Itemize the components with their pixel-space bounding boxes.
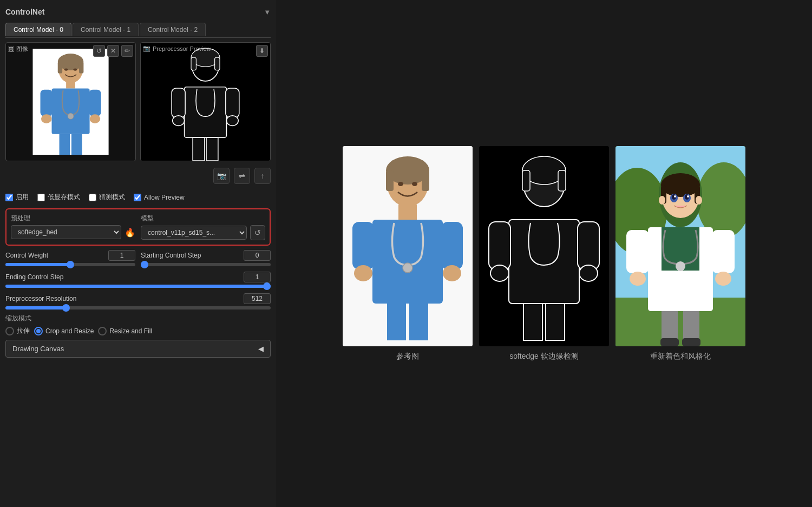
tab-control-model-0[interactable]: Control Model - 0: [5, 23, 71, 36]
fire-icon: 🔥: [125, 227, 135, 238]
starting-step-row: Starting Control Step 0: [141, 250, 271, 266]
edit-image-btn[interactable]: ✏: [121, 45, 133, 57]
model-group-label: 模型: [141, 214, 265, 223]
gallery-item-1: softedge 软边缘检测: [479, 146, 609, 361]
preprocessor-preview-box: 📷 Preprocessor Preview ⬇: [140, 42, 271, 161]
gallery-caption-0: 参考图: [396, 352, 419, 361]
control-weight-row: Control Weight 1: [5, 250, 135, 266]
left-panel: ControlNet ▼ Control Model - 0 Control M…: [0, 0, 276, 507]
svg-rect-50: [489, 222, 510, 269]
camera-btn[interactable]: 📷: [213, 168, 230, 184]
svg-point-12: [90, 114, 101, 123]
svg-rect-3: [58, 62, 62, 73]
svg-rect-82: [660, 338, 679, 346]
svg-rect-9: [40, 90, 52, 116]
tab-control-model-1[interactable]: Control Model - 1: [73, 23, 139, 36]
guess-input[interactable]: [89, 194, 96, 201]
svg-rect-21: [185, 87, 227, 137]
ending-step-slider[interactable]: [5, 285, 271, 288]
svg-rect-76: [712, 230, 735, 273]
enable-input[interactable]: [5, 194, 13, 201]
svg-rect-14: [59, 134, 70, 155]
svg-rect-31: [386, 170, 394, 191]
gallery-image-2: [615, 146, 745, 346]
starting-step-value[interactable]: 0: [244, 250, 271, 261]
svg-rect-38: [441, 222, 463, 269]
allow-preview-input[interactable]: [134, 194, 141, 201]
svg-rect-83: [682, 338, 700, 346]
ending-step-value[interactable]: 1: [244, 272, 271, 282]
radio-stretch-circle: [5, 327, 14, 335]
svg-point-53: [579, 265, 598, 281]
svg-rect-43: [409, 304, 428, 340]
preprocessor-label-text: Preprocessor Preview: [153, 45, 211, 52]
svg-rect-35: [398, 205, 417, 220]
tab-control-model-2[interactable]: Control Model - 2: [140, 23, 206, 36]
image-box-controls: ↺ ✕ ✏: [93, 45, 133, 57]
svg-rect-7: [66, 81, 75, 88]
image-icon: 🖼: [8, 46, 14, 52]
preprocessor-label-icon: 📷: [143, 45, 150, 52]
svg-rect-51: [578, 222, 599, 269]
model-select[interactable]: control_v11p_sd15_s...: [141, 226, 247, 240]
svg-point-24: [173, 116, 185, 126]
zoom-mode-label: 缩放模式: [5, 314, 271, 323]
low-mem-checkbox[interactable]: 低显存模式: [37, 193, 80, 202]
svg-point-73: [659, 196, 665, 205]
drawing-canvas-row[interactable]: Drawing Canvas ◀: [5, 340, 271, 358]
preprocessor-group: 预处理 softedge_hed 🔥: [11, 214, 135, 240]
tabs: Control Model - 0 Control Model - 1 Cont…: [5, 23, 271, 38]
refresh-image-btn[interactable]: ↺: [93, 45, 105, 57]
starting-step-slider[interactable]: [141, 263, 271, 266]
svg-point-71: [674, 195, 676, 197]
model-row: 预处理 softedge_hed 🔥 模型 control_v11p_sd15_…: [5, 208, 271, 246]
svg-point-72: [687, 195, 689, 197]
svg-rect-55: [546, 304, 565, 340]
gallery: 参考图: [343, 146, 745, 361]
preview-svg: [141, 43, 270, 161]
radio-stretch-label: 拉伸: [17, 326, 30, 335]
swap-btn[interactable]: ⇌: [234, 168, 250, 184]
svg-rect-42: [387, 304, 406, 340]
zoom-mode-section: 缩放模式 拉伸 Crop and Resize Resize and Fill: [5, 314, 271, 335]
right-panel: 参考图: [276, 0, 812, 507]
radio-stretch[interactable]: 拉伸: [5, 326, 30, 335]
svg-rect-15: [71, 134, 82, 155]
upload-btn[interactable]: ↑: [254, 168, 271, 184]
enable-checkbox[interactable]: 启用: [5, 193, 29, 202]
download-preview-btn[interactable]: ⬇: [256, 45, 268, 57]
radio-resize-fill[interactable]: Resize and Fill: [98, 327, 152, 335]
svg-point-34: [412, 182, 417, 186]
svg-point-5: [64, 68, 68, 70]
ending-step-header: Ending Control Step 1: [5, 272, 271, 282]
svg-rect-26: [193, 137, 205, 161]
control-weight-value[interactable]: 1: [108, 250, 135, 261]
svg-rect-20: [215, 57, 220, 70]
svg-point-74: [696, 196, 702, 205]
svg-rect-54: [523, 304, 542, 340]
svg-rect-49: [509, 220, 579, 304]
image-box-label: 🖼 图像: [8, 45, 28, 53]
guess-checkbox[interactable]: 猜测模式: [89, 193, 125, 202]
panel-collapse-icon[interactable]: ▼: [264, 8, 271, 16]
preprocessor-select[interactable]: softedge_hed: [11, 225, 121, 239]
svg-rect-23: [226, 88, 239, 117]
preprocessor-res-slider[interactable]: [5, 306, 271, 310]
gallery-svg-0: [343, 146, 473, 346]
allow-preview-checkbox[interactable]: Allow Preview: [134, 194, 185, 201]
input-image-box: 🖼 图像 ↺ ✕ ✏: [5, 42, 136, 161]
starting-step-header: Starting Control Step 0: [141, 250, 271, 261]
low-mem-input[interactable]: [37, 194, 45, 201]
preprocessor-res-value[interactable]: 512: [244, 293, 271, 304]
model-select-row: control_v11p_sd15_s... ↺: [141, 225, 265, 240]
svg-point-39: [354, 265, 372, 281]
preprocessor-label: 📷 Preprocessor Preview: [143, 45, 211, 52]
svg-point-11: [41, 114, 52, 123]
close-image-btn[interactable]: ✕: [107, 45, 119, 57]
model-refresh-btn[interactable]: ↺: [250, 225, 265, 240]
control-weight-slider[interactable]: [5, 263, 135, 266]
drawing-canvas-icon: ◀: [258, 345, 264, 353]
two-col-sliders: Control Weight 1 Starting Control Step 0: [5, 250, 271, 266]
radio-crop-resize[interactable]: Crop and Resize: [34, 327, 94, 335]
svg-point-6: [73, 68, 77, 70]
